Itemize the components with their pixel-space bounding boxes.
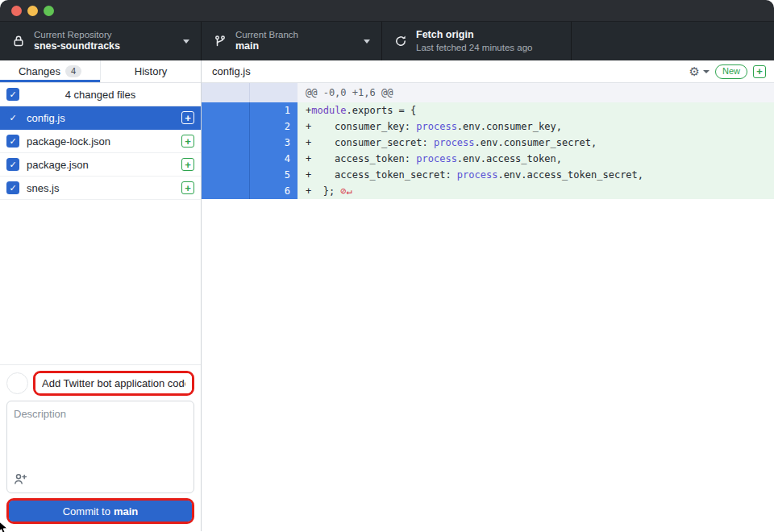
traffic-lights bbox=[11, 6, 54, 16]
files-header: ✓ 4 changed files bbox=[0, 83, 201, 106]
file-added-status-icon: + bbox=[181, 135, 194, 148]
summary-annotation bbox=[33, 371, 194, 396]
tab-history-label: History bbox=[135, 65, 167, 77]
diff-old-line-gutter[interactable] bbox=[202, 102, 250, 118]
file-checkbox[interactable]: ✓ bbox=[6, 111, 19, 124]
code-token: + access_token_secret: bbox=[306, 169, 457, 181]
branch-name: main bbox=[235, 40, 298, 53]
diff-line-2: 2+ consumer_key: process.env.consumer_ke… bbox=[202, 118, 774, 135]
code-token-kw: module bbox=[311, 105, 346, 116]
diff-new-line-number[interactable]: 3 bbox=[250, 135, 298, 151]
toolbar: Current Repository snes-soundtracks Curr… bbox=[0, 22, 774, 60]
commit-description-input[interactable] bbox=[14, 408, 187, 472]
file-added-status-icon: + bbox=[181, 158, 194, 171]
diff-line-content: + }; ⊘↵ bbox=[298, 183, 774, 199]
hunk-gutter bbox=[202, 83, 250, 102]
file-added-status-icon: + bbox=[181, 181, 194, 194]
code-token: .exports = { bbox=[347, 105, 417, 116]
diff-new-line-number[interactable]: 5 bbox=[250, 167, 298, 183]
tab-history[interactable]: History bbox=[101, 60, 201, 82]
main-panel: config.js ⚙ New + @@ -0,0 +1,6 @@1+modul… bbox=[202, 60, 774, 531]
file-row-snes.js[interactable]: ✓snes.js+ bbox=[0, 177, 201, 200]
commit-button[interactable]: Commit to main bbox=[9, 501, 192, 522]
code-token-kw2: process bbox=[416, 121, 457, 132]
code-token-kw2: process bbox=[416, 153, 457, 164]
fetch-title: Fetch origin bbox=[416, 29, 533, 42]
diff-line-4: 4+ access_token: process.env.access_toke… bbox=[202, 151, 774, 167]
file-added-status-icon: + bbox=[181, 111, 194, 124]
code-token-kw2: process bbox=[434, 137, 475, 148]
settings-gear-icon: ⚙ bbox=[689, 65, 700, 77]
commit-form: Commit to main bbox=[0, 364, 201, 531]
tab-changes[interactable]: Changes 4 bbox=[0, 60, 101, 82]
branch-label: Current Branch bbox=[235, 29, 298, 40]
file-name-label: package.json bbox=[27, 159, 181, 171]
diff-old-line-gutter[interactable] bbox=[202, 183, 250, 199]
file-name-label: snes.js bbox=[27, 182, 181, 194]
diff-old-line-gutter[interactable] bbox=[202, 167, 250, 183]
lock-icon bbox=[12, 35, 25, 48]
diff-line-6: 6+ }; ⊘↵ bbox=[202, 183, 774, 199]
hunk-gutter bbox=[250, 83, 298, 102]
sidebar: Changes 4 History ✓ 4 changed files ✓con… bbox=[0, 60, 202, 531]
close-button[interactable] bbox=[11, 6, 22, 16]
zoom-button[interactable] bbox=[44, 6, 54, 16]
changed-files-panel: ✓ 4 changed files ✓config.js+✓package-lo… bbox=[0, 83, 201, 364]
diff-line-content: + consumer_key: process.env.consumer_key… bbox=[298, 118, 774, 135]
commit-summary-input[interactable] bbox=[35, 373, 192, 393]
tab-changes-label: Changes bbox=[19, 65, 60, 77]
mouse-cursor bbox=[0, 521, 10, 532]
add-file-icon[interactable]: + bbox=[753, 65, 766, 78]
diff-old-line-gutter[interactable] bbox=[202, 118, 250, 135]
file-row-package-lock.json[interactable]: ✓package-lock.json+ bbox=[0, 130, 201, 153]
avatar bbox=[6, 372, 28, 394]
file-checkbox[interactable]: ✓ bbox=[6, 181, 19, 194]
diff-line-content: + access_token: process.env.access_token… bbox=[298, 151, 774, 167]
code-token: .env.consumer_key, bbox=[457, 121, 562, 132]
diff-new-line-number[interactable]: 2 bbox=[250, 118, 298, 135]
diff-hunk-header: @@ -0,0 +1,6 @@ bbox=[202, 83, 774, 102]
diff-line-5: 5+ access_token_secret: process.env.acce… bbox=[202, 167, 774, 183]
git-branch-icon bbox=[214, 35, 227, 48]
file-checkbox[interactable]: ✓ bbox=[6, 158, 19, 171]
current-repository-dropdown[interactable]: Current Repository snes-soundtracks bbox=[0, 22, 202, 60]
repository-label: Current Repository bbox=[34, 29, 120, 40]
diff-new-line-number[interactable]: 1 bbox=[250, 102, 298, 118]
code-token: + consumer_secret: bbox=[306, 137, 434, 148]
fetch-origin-button[interactable]: Fetch origin Last fetched 24 minutes ago bbox=[382, 22, 572, 60]
diff-old-line-gutter[interactable] bbox=[202, 151, 250, 167]
hunk-header-text: @@ -0,0 +1,6 @@ bbox=[298, 83, 774, 102]
diff-new-line-number[interactable]: 6 bbox=[250, 183, 298, 199]
diff-file-header: config.js ⚙ New + bbox=[202, 60, 774, 83]
select-all-checkbox[interactable]: ✓ bbox=[6, 88, 19, 101]
file-name-label: config.js bbox=[27, 112, 181, 124]
file-name-label: package-lock.json bbox=[27, 135, 181, 148]
commit-button-branch: main bbox=[114, 505, 138, 517]
sync-icon bbox=[394, 35, 407, 48]
file-status-badge: New bbox=[715, 64, 747, 79]
diff-old-line-gutter[interactable] bbox=[202, 135, 250, 151]
commit-button-annotation: Commit to main bbox=[6, 498, 194, 524]
chevron-down-icon bbox=[703, 70, 710, 73]
diff-file-name: config.js bbox=[212, 65, 689, 77]
titlebar bbox=[0, 0, 774, 22]
code-token: .env.access_token_secret, bbox=[497, 169, 643, 181]
current-branch-dropdown[interactable]: Current Branch main bbox=[202, 22, 382, 60]
app-window: Current Repository snes-soundtracks Curr… bbox=[0, 0, 774, 532]
add-coauthor-icon[interactable] bbox=[14, 472, 27, 486]
diff-line-3: 3+ consumer_secret: process.env.consumer… bbox=[202, 135, 774, 151]
repository-name: snes-soundtracks bbox=[34, 40, 120, 53]
code-token: + }; bbox=[306, 185, 340, 197]
changes-count-badge: 4 bbox=[65, 65, 81, 77]
diff-options-button[interactable]: ⚙ bbox=[689, 65, 710, 77]
minimize-button[interactable] bbox=[27, 6, 38, 16]
file-row-config.js[interactable]: ✓config.js+ bbox=[0, 106, 201, 130]
code-token: .env.access_token, bbox=[457, 153, 562, 164]
diff-new-line-number[interactable]: 4 bbox=[250, 151, 298, 167]
file-row-package.json[interactable]: ✓package.json+ bbox=[0, 153, 201, 177]
fetch-subtitle: Last fetched 24 minutes ago bbox=[416, 42, 533, 53]
diff-line-content: + consumer_secret: process.env.consumer_… bbox=[298, 135, 774, 151]
file-checkbox[interactable]: ✓ bbox=[6, 135, 19, 148]
code-token: .env.consumer_secret, bbox=[475, 137, 597, 148]
file-list: ✓config.js+✓package-lock.json+✓package.j… bbox=[0, 106, 201, 200]
